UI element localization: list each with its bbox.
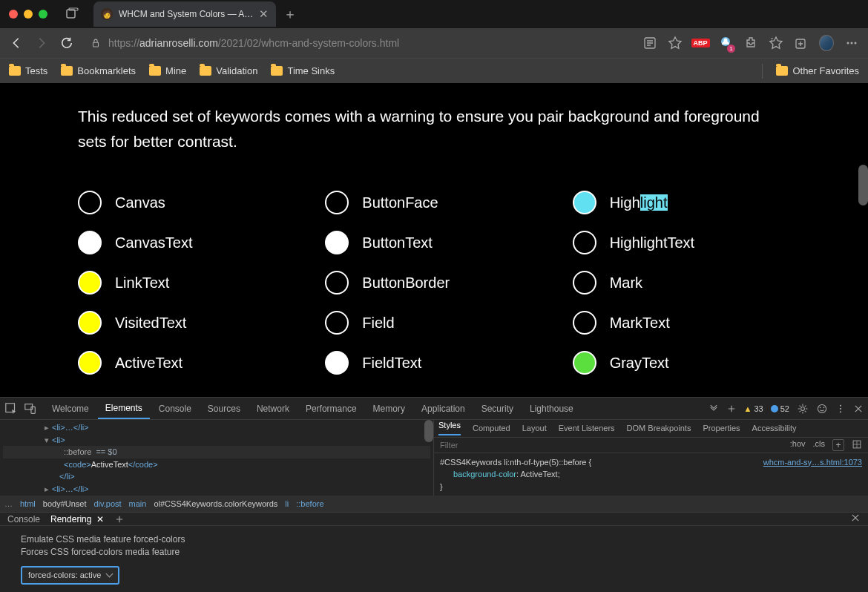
devtools-tab-lighthouse[interactable]: Lighthouse [522,399,581,418]
color-swatch: CanvasText [78,231,295,254]
svg-point-18 [840,407,841,409]
styles-tab-computed[interactable]: Computed [473,424,510,433]
devtools-tab-memory[interactable]: Memory [366,399,412,418]
devtools-tab-network[interactable]: Network [249,399,297,418]
breadcrumb-item[interactable]: ol#CSS4Keywords.colorKeywords [154,499,277,508]
reader-icon[interactable] [642,36,657,50]
add-tab-icon[interactable] [726,404,737,414]
styles-tab-layout[interactable]: Layout [522,424,547,433]
tabs-overflow-icon[interactable] [708,404,719,414]
styles-tab-accessibility[interactable]: Accessibility [752,424,797,433]
tab-overview-icon[interactable] [65,7,80,22]
breadcrumb-item[interactable]: main [129,499,147,508]
style-rule[interactable]: #CSS4Keywords li:nth-of-type(5)::before … [434,453,868,496]
color-swatch: GrayText [573,351,790,375]
new-tab-button[interactable]: ＋ [283,5,297,23]
notification-count: 1 [727,45,735,53]
breadcrumb-item[interactable]: body#Unset [43,499,87,508]
bookmark-tests[interactable]: Tests [9,65,47,76]
favorites-icon[interactable] [769,36,783,50]
browser-tab[interactable]: 🧑 WHCM and System Colors — A… ✕ [93,1,276,27]
styles-pane-icon[interactable] [852,439,862,450]
extensions-icon[interactable] [743,36,758,50]
swatch-label: HighlightText [610,234,695,251]
swatch-circle [573,231,596,254]
devtools-tab-performance[interactable]: Performance [298,399,364,418]
reload-button[interactable] [59,36,74,50]
favicon-icon: 🧑 [101,8,113,20]
devtools-tab-sources[interactable]: Sources [200,399,248,418]
traffic-lights [9,10,47,19]
overflow-menu-icon[interactable] [844,36,859,50]
feedback-icon[interactable] [816,403,828,415]
devtools-body: ▸<li>…</li> ▾<li> ::before == $0 <code>A… [0,420,868,496]
devtools-menu-icon[interactable] [835,404,846,414]
source-link[interactable]: whcm-and-sy…s.html:1073 [763,456,862,469]
drawer-tabs: Console Rendering ✕ [0,513,868,526]
bookmark-bookmarklets[interactable]: Bookmarklets [61,65,136,76]
svg-point-13 [801,407,805,410]
styles-tab-properties[interactable]: Properties [703,424,740,433]
swatch-circle [325,191,349,214]
star-icon[interactable] [668,36,683,50]
drawer-tab-rendering[interactable]: Rendering ✕ [50,514,104,524]
svg-point-16 [823,407,825,408]
close-drawer-tab-icon[interactable]: ✕ [96,514,104,524]
abp-badge[interactable]: ABP [693,36,708,50]
devtools-tab-welcome[interactable]: Welcome [45,399,96,418]
styles-tab-styles[interactable]: Styles [438,421,461,435]
forward-button[interactable] [34,36,49,50]
close-window-button[interactable] [9,10,18,19]
device-toggle-icon[interactable] [24,402,37,415]
settings-icon[interactable] [797,403,809,415]
svg-point-19 [840,411,841,412]
breadcrumb-item[interactable]: ::before [296,499,323,508]
browser-toolbar: https://adrianroselli.com/2021/02/whcm-a… [0,28,868,58]
elements-pane[interactable]: ▸<li>…</li> ▾<li> ::before == $0 <code>A… [0,420,434,496]
tab-close-icon[interactable]: ✕ [259,7,269,21]
devtools-close-icon[interactable] [853,404,864,414]
swatch-label: Mark [610,274,642,292]
breadcrumb-item[interactable]: html [20,499,36,508]
elements-breadcrumb: … html body#Unset div.post main ol#CSS4K… [0,496,868,512]
forced-colors-select[interactable]: forced-colors: active [21,566,119,585]
page-paragraph: This reduced set of keywords comes with … [78,104,790,154]
maximize-window-button[interactable] [39,10,47,19]
info-count[interactable]: 52 [771,404,789,413]
collections-icon[interactable] [794,36,809,50]
bookmark-mine[interactable]: Mine [149,65,186,76]
minimize-window-button[interactable] [24,10,33,19]
hov-toggle[interactable]: :hov [790,439,806,451]
back-button[interactable] [9,36,24,50]
devtools-tab-application[interactable]: Application [414,399,473,418]
bookmark-validation[interactable]: Validation [200,65,257,76]
devtools-tab-security[interactable]: Security [474,399,521,418]
styles-tab-dom-breakpoints[interactable]: DOM Breakpoints [627,424,691,433]
address-bar[interactable]: https://adrianroselli.com/2021/02/whcm-a… [85,32,632,54]
inspect-icon[interactable] [4,402,18,415]
bookmark-other-favorites[interactable]: Other Favorites [776,65,859,76]
breadcrumb-item[interactable]: div.post [94,499,122,508]
svg-point-14 [818,404,826,412]
swatch-circle [573,311,596,335]
drawer-close-icon[interactable] [850,513,861,525]
swatch-label: ButtonFace [362,194,438,211]
styles-tab-event-listeners[interactable]: Event Listeners [559,424,615,433]
devtools-tab-elements[interactable]: Elements [98,398,150,419]
add-drawer-tab-icon[interactable] [114,514,125,524]
swatch-circle [325,311,349,335]
breadcrumb-item[interactable]: li [285,499,289,508]
page-scrollbar[interactable] [858,165,868,205]
drawer-tab-console[interactable]: Console [7,514,40,524]
cls-toggle[interactable]: .cls [813,439,826,451]
swatch-label: ActiveText [115,355,183,372]
bookmark-time-sinks[interactable]: Time Sinks [271,65,335,76]
notification-icon[interactable]: 1 [718,36,733,50]
profile-avatar[interactable] [819,36,834,50]
devtools-tab-console[interactable]: Console [151,399,199,418]
warnings-count[interactable]: ▲33 [744,404,763,413]
elements-scrollbar[interactable] [424,420,433,442]
styles-filter-input[interactable] [440,441,783,450]
new-style-rule-button[interactable]: + [832,439,844,451]
color-swatch: ActiveText [78,351,295,375]
